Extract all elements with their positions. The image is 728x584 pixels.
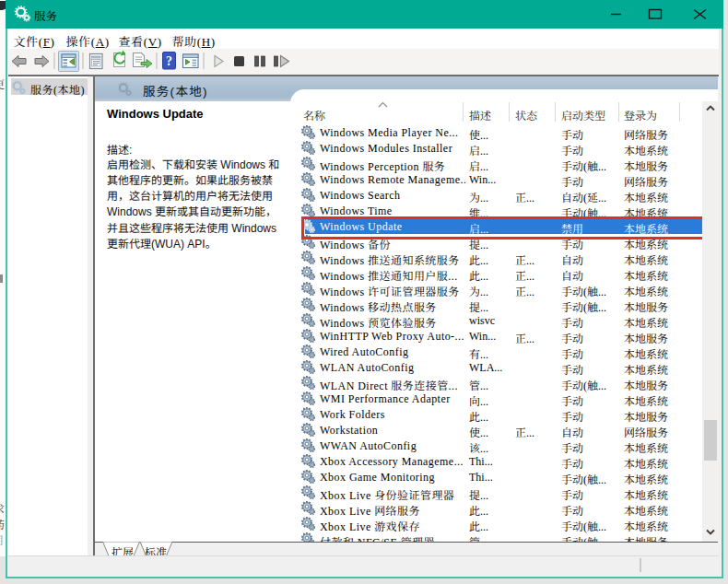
svg-text:?: ? xyxy=(166,54,172,68)
